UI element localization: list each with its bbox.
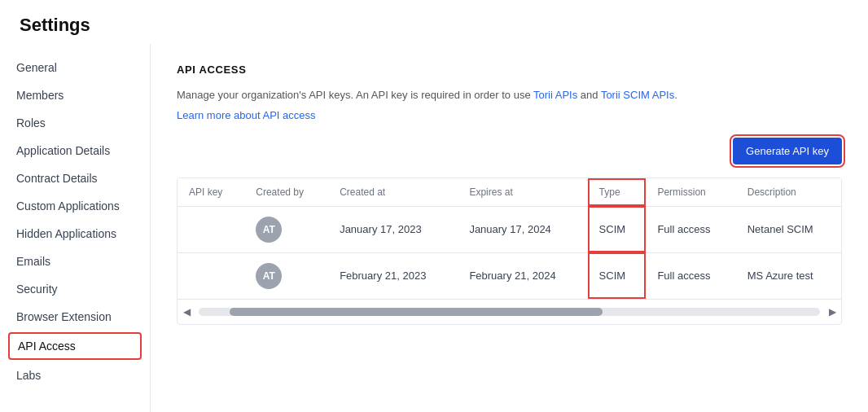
avatar-1: AT	[256, 217, 282, 243]
sidebar-item-members[interactable]: Members	[0, 81, 150, 109]
sidebar-item-application-details[interactable]: Application Details	[0, 137, 150, 164]
col-api-key: API key	[178, 178, 244, 207]
sidebar: General Members Roles Application Detail…	[0, 44, 151, 412]
scroll-left-arrow[interactable]: ◀	[178, 303, 195, 321]
table-row: AT January 17, 2023 January 17, 2024 SCI…	[178, 206, 841, 252]
col-description: Description	[736, 178, 841, 207]
generate-api-key-button[interactable]: Generate API key	[733, 138, 842, 164]
sidebar-item-emails[interactable]: Emails	[0, 248, 150, 275]
col-type: Type	[588, 178, 647, 207]
main-layout: General Members Roles Application Detail…	[0, 44, 868, 412]
cell-permission-2: Full access	[646, 252, 735, 299]
api-keys-table-wrapper: API key Created by Created at Expires at	[177, 178, 842, 325]
col-created-at: Created at	[328, 178, 458, 207]
sidebar-item-hidden-applications[interactable]: Hidden Applications	[0, 220, 150, 248]
cell-description-1: Netanel SCIM	[736, 206, 841, 252]
cell-api-key-2	[178, 252, 244, 299]
api-keys-table: API key Created by Created at Expires at	[178, 178, 841, 299]
sidebar-item-roles[interactable]: Roles	[0, 109, 150, 137]
col-created-by: Created by	[244, 178, 328, 207]
cell-expires-at-1: January 17, 2024	[458, 206, 587, 252]
scroll-right-arrow[interactable]: ▶	[823, 303, 841, 321]
sidebar-item-labs[interactable]: Labs	[0, 362, 150, 389]
cell-permission-1: Full access	[646, 206, 735, 252]
avatar-2: AT	[256, 263, 282, 289]
cell-type-2: SCIM	[588, 252, 647, 299]
api-description: Manage your organization's API keys. An …	[177, 87, 842, 104]
main-content: API ACCESS Manage your organization's AP…	[151, 44, 868, 412]
sidebar-item-api-access[interactable]: API Access	[8, 332, 142, 360]
sidebar-item-security[interactable]: Security	[0, 275, 150, 303]
cell-description-2: MS Azure test	[736, 252, 841, 299]
col-expires-at: Expires at	[458, 178, 587, 207]
page-title: Settings	[0, 0, 868, 44]
app-container: Settings General Members Roles Applicati…	[0, 0, 868, 412]
horizontal-scrollbar: ◀ ▶	[178, 299, 841, 324]
sidebar-item-custom-applications[interactable]: Custom Applications	[0, 192, 150, 220]
cell-created-by-2: AT	[244, 252, 328, 299]
cell-created-at-2: February 21, 2023	[328, 252, 458, 299]
section-title: API ACCESS	[177, 64, 842, 76]
torii-apis-link[interactable]: Torii APIs	[533, 89, 577, 101]
cell-created-by-1: AT	[244, 206, 328, 252]
scroll-thumb	[230, 308, 603, 316]
sidebar-item-contract-details[interactable]: Contract Details	[0, 164, 150, 192]
col-permission: Permission	[646, 178, 735, 207]
torii-scim-apis-link[interactable]: Torii SCIM APIs	[601, 89, 674, 101]
table-row: AT February 21, 2023 February 21, 2024 S…	[178, 252, 841, 299]
sidebar-item-browser-extension[interactable]: Browser Extension	[0, 303, 150, 331]
table-header-row: API key Created by Created at Expires at	[178, 178, 841, 207]
sidebar-item-general[interactable]: General	[0, 54, 150, 81]
cell-api-key-1	[178, 206, 244, 252]
action-row: Generate API key	[177, 138, 842, 164]
cell-created-at-1: January 17, 2023	[328, 206, 458, 252]
scroll-track[interactable]	[199, 308, 820, 316]
learn-more-link[interactable]: Learn more about API access	[177, 109, 842, 121]
cell-expires-at-2: February 21, 2024	[458, 252, 587, 299]
cell-type-1: SCIM	[588, 206, 647, 252]
